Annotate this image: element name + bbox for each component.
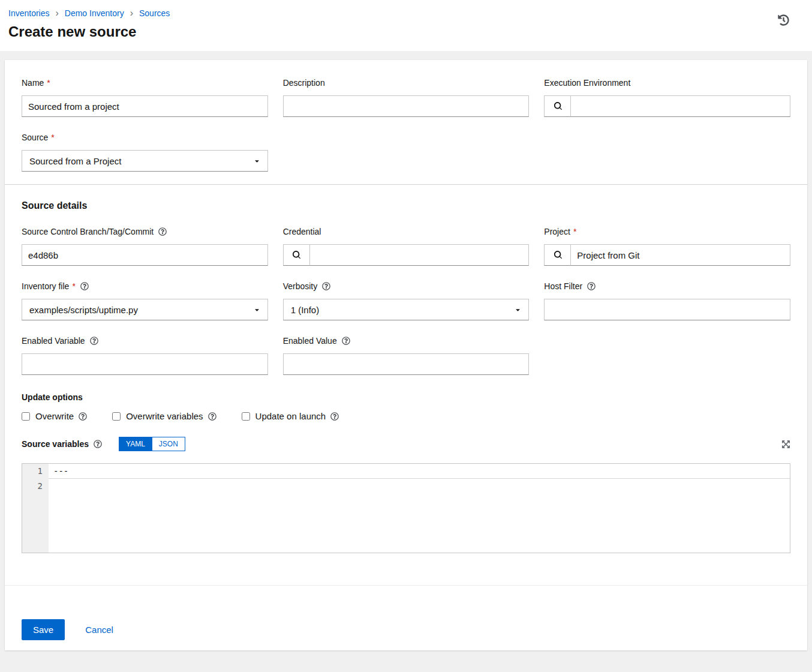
inventory-file-select[interactable]: examples/scripts/uptime.py (22, 299, 268, 320)
project-field: Project * (544, 227, 790, 266)
help-icon[interactable] (80, 282, 89, 290)
top-fields-grid: Name * Description Execution Environment (22, 78, 790, 172)
search-icon (554, 251, 562, 259)
update-on-launch-checkbox-item: Update on launch (242, 411, 339, 421)
project-input[interactable] (571, 244, 790, 266)
search-icon (554, 102, 562, 110)
description-field: Description (283, 78, 530, 117)
inventory-file-label: Inventory file (22, 281, 69, 291)
history-button[interactable] (778, 14, 789, 26)
update-options-row: Overwrite Overwrite variables Update on … (22, 411, 790, 421)
credential-field: Credential (283, 227, 530, 266)
help-icon[interactable] (208, 412, 216, 421)
update-on-launch-checkbox[interactable] (242, 412, 250, 421)
description-input[interactable] (283, 95, 530, 117)
project-label: Project (544, 227, 570, 236)
execution-environment-input[interactable] (571, 95, 790, 117)
verbosity-select[interactable]: 1 (Info) (283, 299, 530, 320)
help-icon[interactable] (330, 412, 339, 421)
overwrite-checkbox-item: Overwrite (22, 411, 87, 421)
host-filter-label: Host Filter (544, 281, 582, 291)
host-filter-field: Host Filter (544, 281, 790, 320)
code-line (49, 479, 790, 494)
scm-branch-label: Source Control Branch/Tag/Commit (22, 227, 154, 236)
json-toggle-button[interactable]: JSON (152, 437, 185, 451)
source-details-heading: Source details (22, 200, 790, 211)
help-icon[interactable] (94, 440, 102, 448)
breadcrumb-link-sources[interactable]: Sources (139, 8, 170, 18)
source-details-grid: Source Control Branch/Tag/Commit Credent… (22, 227, 790, 375)
overwrite-checkbox[interactable] (22, 412, 30, 421)
execution-environment-label: Execution Environment (544, 78, 630, 88)
description-label: Description (283, 78, 325, 88)
enabled-value-label: Enabled Value (283, 336, 337, 346)
caret-down-icon (254, 305, 260, 315)
source-select[interactable]: Sourced from a Project (22, 150, 268, 172)
enabled-value-input[interactable] (283, 353, 530, 375)
page-header: Inventories › Demo Inventory › Sources C… (0, 0, 812, 51)
expand-icon (781, 442, 790, 451)
help-icon[interactable] (342, 337, 350, 345)
source-select-value: Sourced from a Project (29, 156, 121, 166)
editor-line-numbers: 1 2 (22, 464, 49, 553)
scm-branch-field: Source Control Branch/Tag/Commit (22, 227, 268, 266)
help-icon[interactable] (79, 412, 87, 421)
overwrite-variables-label: Overwrite variables (126, 411, 203, 421)
enabled-variable-field: Enabled Variable (22, 336, 268, 375)
required-asterisk: * (47, 78, 50, 88)
search-icon (292, 251, 300, 259)
save-button[interactable]: Save (22, 619, 65, 640)
name-label: Name (22, 78, 44, 88)
help-icon[interactable] (158, 227, 167, 236)
code-line: --- (49, 464, 790, 479)
page-title: Create new source (8, 23, 788, 40)
overwrite-variables-checkbox[interactable] (112, 412, 121, 421)
create-source-form-card: Name * Description Execution Environment (5, 60, 807, 650)
project-lookup-button[interactable] (544, 244, 571, 266)
source-field: Source * Sourced from a Project (22, 133, 268, 172)
execution-environment-field: Execution Environment (544, 78, 790, 117)
enabled-value-field: Enabled Value (283, 336, 530, 375)
overwrite-variables-checkbox-item: Overwrite variables (112, 411, 216, 421)
execution-environment-lookup-button[interactable] (544, 95, 571, 117)
overwrite-label: Overwrite (35, 411, 74, 421)
caret-down-icon (254, 156, 260, 166)
help-icon[interactable] (90, 337, 98, 345)
cancel-button[interactable]: Cancel (85, 625, 113, 635)
editor-content[interactable]: --- (49, 464, 790, 553)
credential-lookup-button[interactable] (283, 244, 310, 266)
source-variables-label: Source variables (22, 439, 89, 449)
scm-branch-input[interactable] (22, 244, 268, 266)
breadcrumb-separator-icon: › (55, 8, 58, 18)
history-icon (778, 19, 789, 28)
breadcrumb-link-inventories[interactable]: Inventories (8, 8, 49, 18)
help-icon[interactable] (322, 282, 330, 290)
update-options-heading: Update options (22, 392, 790, 402)
name-input[interactable] (22, 95, 268, 117)
line-number: 1 (22, 464, 49, 479)
required-asterisk: * (573, 227, 576, 236)
verbosity-select-value: 1 (Info) (291, 305, 320, 315)
name-field: Name * (22, 78, 268, 117)
update-on-launch-label: Update on launch (255, 411, 326, 421)
yaml-toggle-button[interactable]: YAML (119, 437, 152, 451)
enabled-variable-label: Enabled Variable (22, 336, 85, 346)
credential-input[interactable] (310, 244, 530, 266)
source-variables-editor[interactable]: 1 2 --- (22, 463, 790, 553)
expand-button[interactable] (781, 440, 790, 449)
breadcrumb: Inventories › Demo Inventory › Sources (8, 8, 788, 18)
line-number: 2 (22, 479, 49, 494)
required-asterisk: * (51, 133, 54, 142)
required-asterisk: * (72, 281, 75, 291)
caret-down-icon (515, 305, 521, 315)
breadcrumb-link-demo-inventory[interactable]: Demo Inventory (65, 8, 124, 18)
host-filter-input[interactable] (544, 299, 790, 320)
format-toggle-group: YAML JSON (119, 437, 185, 451)
help-icon[interactable] (587, 282, 596, 290)
enabled-variable-input[interactable] (22, 353, 268, 375)
breadcrumb-separator-icon: › (130, 8, 133, 18)
source-variables-header: Source variables YAML JSON (22, 437, 790, 451)
section-divider (5, 184, 807, 185)
source-label: Source (22, 133, 48, 142)
verbosity-label: Verbosity (283, 281, 318, 291)
